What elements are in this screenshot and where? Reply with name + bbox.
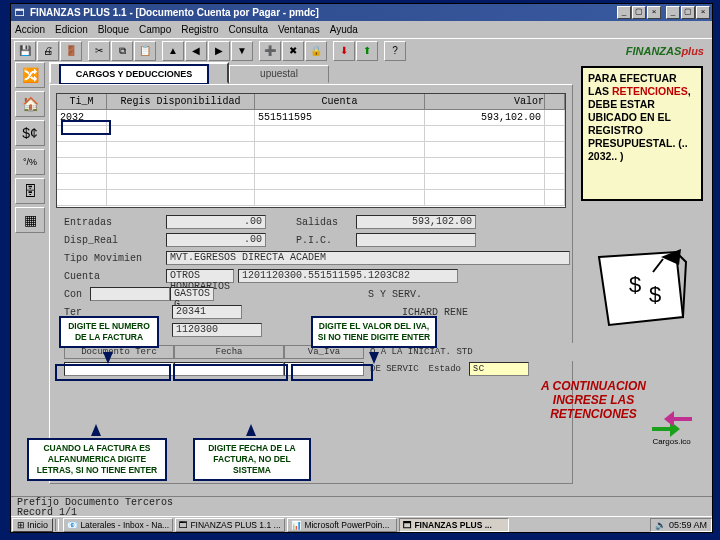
minimize-button[interactable]: _ (666, 6, 680, 19)
minimize-inner-button[interactable]: _ (617, 6, 631, 19)
toolbar-paste-icon[interactable]: 📋 (134, 41, 156, 61)
val-ter[interactable]: 20341 (172, 305, 242, 319)
val-entradas[interactable]: .00 (166, 215, 266, 229)
menu-ayuda[interactable]: Ayuda (330, 24, 358, 35)
task-1[interactable]: 📧 Laterales - Inbox - Na... (63, 518, 173, 532)
col-cuenta[interactable]: Cuenta (255, 94, 425, 109)
task-2[interactable]: 🗔 FINANZAS PLUS 1.1 ... (175, 518, 285, 532)
menu-consulta[interactable]: Consulta (228, 24, 267, 35)
lbl-dispreal: Disp_Real (56, 235, 166, 246)
arrow-valor-icon (369, 352, 379, 364)
hdr-fecha: Fecha (174, 345, 284, 359)
system-tray[interactable]: 🔊 05:59 AM (650, 518, 712, 532)
toolbar-last-icon[interactable]: ▼ (231, 41, 253, 61)
callout-digite: DIGITE EL NUMERO DE LA FACTURA (59, 316, 159, 348)
svg-text:$: $ (649, 282, 661, 307)
toolbar-next-icon[interactable]: ▶ (208, 41, 230, 61)
close-button[interactable]: × (696, 6, 710, 19)
toolbar-help-icon[interactable]: ? (384, 41, 406, 61)
col-regis[interactable]: Regis Disponibilidad (107, 94, 255, 109)
taskbar: ⊞ Inicio 📧 Laterales - Inbox - Na... 🗔 F… (11, 516, 712, 532)
callout-cargos: CARGOS Y DEDUCCIONES (59, 64, 209, 85)
val-tipomov[interactable]: MVT.EGRESOS DIRECTA ACADEM (166, 251, 570, 265)
arrow-digite-icon (103, 352, 113, 364)
toolbar-first-icon[interactable]: ▲ (162, 41, 184, 61)
col-ti[interactable]: Ti_M (57, 94, 107, 109)
side-grid-icon[interactable]: ▦ (15, 207, 45, 233)
menu-accion[interactable]: Accion (15, 24, 45, 35)
val-pic[interactable] (356, 233, 476, 247)
val-con[interactable] (90, 287, 170, 301)
val-con-t[interactable]: GASTOS G (170, 287, 214, 301)
grid-row[interactable]: 2032 551511595 593,102.00 (57, 110, 565, 126)
col-valor[interactable]: Valor (425, 94, 545, 109)
txt-deserv: DE SERVIC (370, 364, 419, 374)
side-home-icon[interactable]: 🏠 (15, 91, 45, 117)
highlight-row1 (61, 120, 111, 135)
menu-campo[interactable]: Campo (139, 24, 171, 35)
val-estado[interactable]: sc (469, 362, 529, 376)
svg-text:$: $ (629, 272, 641, 297)
titlebar: 🗔 FINANZAS PLUS 1.1 - [Documento Cuenta … (11, 4, 712, 21)
statusbar: Prefijo Documento Terceros Record 1/1 (11, 496, 712, 516)
side-swap-icon[interactable]: 🔀 (15, 62, 45, 88)
side-money-icon[interactable]: $¢ (15, 120, 45, 146)
app-icon: 🗔 (13, 6, 27, 20)
toolbar: 💾 🖨 🚪 ✂ ⧉ 📋 ▲ ◀ ▶ ▼ ➕ ✖ 🔒 ⬇ ⬆ ? FINANZAS… (11, 38, 712, 62)
window-title: FINANZAS PLUS 1.1 - [Documento Cuenta po… (30, 7, 617, 18)
grid: Ti_M Regis Disponibilidad Cuenta Valor 2… (56, 93, 566, 208)
clock: 05:59 AM (669, 520, 707, 530)
toolbar-lock-icon[interactable]: 🔒 (305, 41, 327, 61)
toolbar-print-icon[interactable]: 🖨 (37, 41, 59, 61)
toolbar-copy-icon[interactable]: ⧉ (111, 41, 133, 61)
task-3[interactable]: 📊 Microsoft PowerPoin... (287, 518, 397, 532)
toolbar-insert-icon[interactable]: ➕ (259, 41, 281, 61)
val-cuentan[interactable]: 1201120300.551511595.1203C82 (238, 269, 458, 283)
cell-regis[interactable] (107, 110, 255, 125)
val-salidas[interactable]: 593,102.00 (356, 215, 476, 229)
cell-cuenta[interactable]: 551511595 (255, 110, 425, 125)
menu-registro[interactable]: Registro (181, 24, 218, 35)
lbl-tipomov: Tipo Movimien (56, 253, 166, 264)
restore-button[interactable]: ▢ (681, 6, 695, 19)
restore-inner-button[interactable]: ▢ (632, 6, 646, 19)
menubar: Accion Edicion Bloque Campo Registro Con… (11, 21, 712, 38)
side-file-icon[interactable]: 🗄 (15, 178, 45, 204)
cell-valor[interactable]: 593,102.00 (425, 110, 545, 125)
toolbar-cut-icon[interactable]: ✂ (88, 41, 110, 61)
val-dispreal[interactable]: .00 (166, 233, 266, 247)
val-des[interactable]: 1120300 (172, 323, 262, 337)
toolbar-arrow-up-icon[interactable]: ⬆ (356, 41, 378, 61)
close-inner-button[interactable]: × (647, 6, 661, 19)
val-cuenta[interactable]: OTROS HONORARIOS (166, 269, 234, 283)
doodle-money-icon: $ $ (591, 247, 691, 332)
lbl-salidas: Salidas (296, 217, 356, 228)
form-panel: Ti_M Regis Disponibilidad Cuenta Valor 2… (49, 84, 573, 484)
task-4-active[interactable]: 🗔 FINANZAS PLUS ... (399, 518, 509, 532)
arrow-fecha-icon (246, 424, 256, 436)
toolbar-delete-icon[interactable]: ✖ (282, 41, 304, 61)
menu-bloque[interactable]: Bloque (98, 24, 129, 35)
toolbar-save-icon[interactable]: 💾 (14, 41, 36, 61)
status-line1: Prefijo Documento Terceros (17, 498, 712, 508)
callout-fecha: DIGITE FECHA DE LA FACTURA, NO DEL SISTE… (193, 438, 311, 481)
menu-ventanas[interactable]: Ventanas (278, 24, 320, 35)
txt-iniciat: O A LA INICIAT. STD (364, 347, 574, 357)
callout-cuando: CUANDO LA FACTURA ES ALFANUMERICA DIGITE… (27, 438, 167, 481)
tab-presupuestal[interactable]: upuestal (229, 65, 329, 83)
toolbar-arrow-down-icon[interactable]: ⬇ (333, 41, 355, 61)
lbl-con: Con (56, 289, 90, 300)
col-scroll (545, 94, 565, 109)
cargos-icon: Cargos.ico (644, 411, 699, 451)
tray-icon: 🔊 (655, 520, 666, 530)
toolbar-exit-icon[interactable]: 🚪 (60, 41, 82, 61)
toolbar-prev-icon[interactable]: ◀ (185, 41, 207, 61)
highlight-fecha (173, 364, 288, 381)
start-button[interactable]: ⊞ Inicio (12, 518, 53, 532)
grid-body[interactable]: 2032 551511595 593,102.00 (57, 110, 565, 208)
lbl-estado: Estado (429, 364, 469, 374)
side-percent-icon[interactable]: °/% (15, 149, 45, 175)
highlight-doc (55, 364, 171, 381)
highlight-vaiva (291, 364, 373, 381)
menu-edicion[interactable]: Edicion (55, 24, 88, 35)
